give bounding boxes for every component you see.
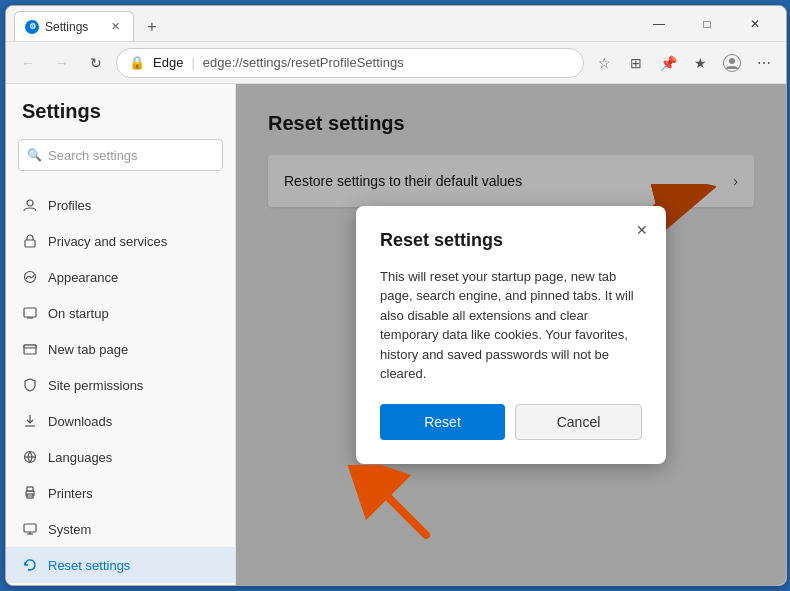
dialog-close-button[interactable]: ✕ — [630, 218, 654, 242]
reset-confirm-button[interactable]: Reset — [380, 404, 505, 440]
maximize-button[interactable]: □ — [684, 8, 730, 40]
profile-button[interactable] — [718, 49, 746, 77]
search-placeholder: Search settings — [48, 148, 138, 163]
tab-area: ⚙ Settings ✕ + — [14, 6, 636, 41]
sidebar-item-languages-label: Languages — [48, 450, 112, 465]
svg-point-1 — [729, 58, 735, 64]
system-icon — [22, 521, 38, 537]
browser-window: ⚙ Settings ✕ + — □ ✕ ← → ↻ 🔒 Edge | edge… — [5, 5, 787, 586]
sidebar-item-newtab-label: New tab page — [48, 342, 128, 357]
window-controls: — □ ✕ — [636, 8, 778, 40]
privacy-icon — [22, 233, 38, 249]
appearance-icon — [22, 269, 38, 285]
reset-dialog: Reset settings ✕ This will reset your st… — [356, 206, 666, 464]
sidebar-item-appearance[interactable]: Appearance — [6, 259, 235, 295]
reset-icon — [22, 557, 38, 573]
pin-button[interactable]: 📌 — [654, 49, 682, 77]
sidebar-item-permissions[interactable]: Site permissions — [6, 367, 235, 403]
address-bar: ← → ↻ 🔒 Edge | edge://settings/resetProf… — [6, 42, 786, 84]
dialog-body: This will reset your startup page, new t… — [380, 267, 642, 384]
settings-content: Reset settings Restore settings to their… — [236, 84, 786, 585]
sidebar-item-permissions-label: Site permissions — [48, 378, 143, 393]
collections-button[interactable]: ⊞ — [622, 49, 650, 77]
sidebar-item-privacy[interactable]: Privacy and services — [6, 223, 235, 259]
languages-icon — [22, 449, 38, 465]
address-input[interactable]: 🔒 Edge | edge://settings/resetProfileSet… — [116, 48, 584, 78]
svg-rect-5 — [24, 308, 36, 317]
minimize-button[interactable]: — — [636, 8, 682, 40]
tab-favicon: ⚙ — [25, 20, 39, 34]
sidebar-item-about[interactable]: e About Microsoft Edge — [6, 583, 235, 585]
dialog-overlay: Reset settings ✕ This will reset your st… — [236, 84, 786, 585]
dialog-title: Reset settings — [380, 230, 642, 251]
refresh-button[interactable]: ↻ — [82, 49, 110, 77]
toolbar-icons: ☆ ⊞ 📌 ★ ⋯ — [590, 49, 778, 77]
svg-rect-13 — [27, 487, 33, 491]
sidebar-item-appearance-label: Appearance — [48, 270, 118, 285]
main-content: Settings 🔍 Search settings Profiles — [6, 84, 786, 585]
sidebar-item-startup-label: On startup — [48, 306, 109, 321]
address-url: edge://settings/resetProfileSettings — [203, 55, 404, 70]
newtab-icon — [22, 341, 38, 357]
startup-icon — [22, 305, 38, 321]
dialog-buttons: Reset Cancel — [380, 404, 642, 440]
sidebar-item-privacy-label: Privacy and services — [48, 234, 167, 249]
close-button[interactable]: ✕ — [732, 8, 778, 40]
cancel-button[interactable]: Cancel — [515, 404, 642, 440]
favorites-bar-button[interactable]: ★ — [686, 49, 714, 77]
permissions-icon — [22, 377, 38, 393]
sidebar-item-profiles-label: Profiles — [48, 198, 91, 213]
sidebar-item-printers[interactable]: Printers — [6, 475, 235, 511]
more-button[interactable]: ⋯ — [750, 49, 778, 77]
sidebar-item-downloads[interactable]: Downloads — [6, 403, 235, 439]
sidebar-item-reset[interactable]: Reset settings — [6, 547, 235, 583]
search-box[interactable]: 🔍 Search settings — [18, 139, 223, 171]
tab-label: Settings — [45, 20, 88, 34]
printers-icon — [22, 485, 38, 501]
tab-close-button[interactable]: ✕ — [107, 19, 123, 35]
svg-rect-8 — [24, 345, 36, 348]
sidebar-item-profiles[interactable]: Profiles — [6, 187, 235, 223]
sidebar-item-downloads-label: Downloads — [48, 414, 112, 429]
back-button[interactable]: ← — [14, 49, 42, 77]
new-tab-button[interactable]: + — [138, 13, 166, 41]
sidebar-title: Settings — [6, 100, 235, 139]
address-brand: Edge — [153, 55, 183, 70]
search-icon: 🔍 — [27, 148, 42, 162]
forward-button[interactable]: → — [48, 49, 76, 77]
sidebar-item-startup[interactable]: On startup — [6, 295, 235, 331]
settings-tab[interactable]: ⚙ Settings ✕ — [14, 11, 134, 41]
svg-point-2 — [27, 200, 33, 206]
sidebar-item-newtab[interactable]: New tab page — [6, 331, 235, 367]
address-separator: | — [191, 55, 194, 70]
svg-rect-15 — [24, 524, 36, 532]
svg-rect-3 — [25, 240, 35, 247]
profiles-icon — [22, 197, 38, 213]
sidebar: Settings 🔍 Search settings Profiles — [6, 84, 236, 585]
sidebar-item-system[interactable]: System — [6, 511, 235, 547]
favorites-button[interactable]: ☆ — [590, 49, 618, 77]
sidebar-item-system-label: System — [48, 522, 91, 537]
sidebar-item-languages[interactable]: Languages — [6, 439, 235, 475]
title-bar: ⚙ Settings ✕ + — □ ✕ — [6, 6, 786, 42]
lock-icon: 🔒 — [129, 55, 145, 71]
sidebar-item-printers-label: Printers — [48, 486, 93, 501]
sidebar-item-reset-label: Reset settings — [48, 558, 130, 573]
downloads-icon — [22, 413, 38, 429]
